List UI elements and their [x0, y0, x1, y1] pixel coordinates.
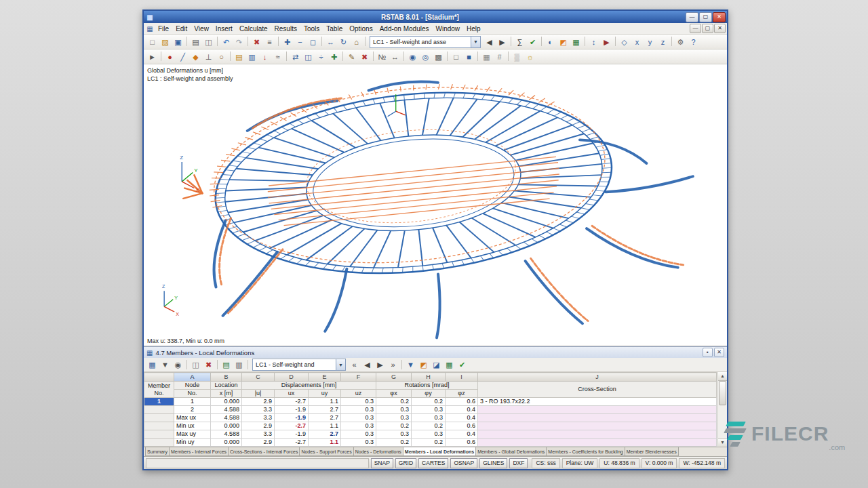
search-icon[interactable]: ◉ [172, 359, 184, 371]
cell-phiz[interactable]: 0.6 [446, 398, 478, 406]
first-row-icon[interactable]: « [348, 359, 361, 371]
help-icon[interactable]: ? [687, 36, 700, 49]
mirror-icon[interactable]: ◫ [302, 51, 315, 64]
cell-phix[interactable]: 0.2 [376, 398, 412, 406]
grid-toggle[interactable]: GRID [395, 458, 416, 468]
cell-node[interactable]: Min uy [174, 439, 211, 447]
cell-ux[interactable]: -2.7 [275, 398, 309, 406]
full-view-icon[interactable]: ⌂ [350, 36, 363, 49]
result-table-icon[interactable]: ▦ [570, 36, 583, 49]
tab-members-internal-forces[interactable]: Members - Internal Forces [169, 447, 229, 456]
deformation-scale-icon[interactable]: ↕ [587, 36, 600, 49]
menu-addon-modules[interactable]: Add-on Modules [376, 24, 433, 33]
cell-x[interactable]: 4.588 [211, 430, 242, 439]
delete-icon[interactable]: ✖ [250, 36, 263, 49]
cell-absu[interactable]: 2.9 [242, 422, 275, 430]
save-icon[interactable]: ▣ [172, 36, 184, 49]
menu-view[interactable]: View [191, 24, 212, 33]
hinge-new-icon[interactable]: ○ [215, 51, 228, 64]
export-icon[interactable]: ▤ [220, 359, 233, 371]
renumber-icon[interactable]: ≡ [263, 36, 276, 49]
last-row-icon[interactable]: » [387, 359, 399, 371]
minimize-button[interactable]: — [686, 12, 698, 22]
maximize-button[interactable]: ▢ [699, 12, 712, 22]
print-table-icon[interactable]: ▥ [233, 359, 245, 371]
cell-phiy[interactable]: 0.3 [412, 414, 446, 422]
redo-icon[interactable]: ↷ [233, 36, 245, 49]
load-new-icon[interactable]: ↓ [258, 51, 271, 64]
close-button[interactable]: ✕ [713, 12, 726, 22]
tab-members-local-deformations[interactable]: Members - Local Deformations [403, 447, 476, 456]
cell-cs[interactable]: 3 - RO 193.7x22.2 [478, 398, 717, 406]
cell-phiz[interactable]: 0.6 [446, 422, 478, 430]
cell-absu[interactable]: 3.3 [242, 406, 275, 414]
cell-cs[interactable] [478, 439, 717, 447]
scroll-up-icon[interactable]: ▲ [718, 372, 727, 381]
col-letter-g[interactable]: G [376, 373, 412, 382]
col-letter-e[interactable]: E [309, 373, 341, 382]
object-delete-icon[interactable]: ✖ [358, 51, 371, 64]
tab-member-slendernesses[interactable]: Member Slendernesses [625, 447, 679, 456]
cell-phix[interactable]: 0.2 [376, 439, 412, 447]
next-load-case-icon[interactable]: ▶ [496, 36, 509, 49]
render-solid-icon[interactable]: ■ [462, 51, 475, 64]
check-icon[interactable]: ✔ [526, 36, 539, 49]
cell-phix[interactable]: 0.3 [376, 406, 412, 414]
cell-uy[interactable]: 1.1 [309, 398, 341, 406]
zoom-in-icon[interactable]: ✚ [281, 36, 294, 49]
glines-toggle[interactable]: GLINES [479, 458, 507, 468]
chevron-down-icon[interactable]: ▼ [471, 37, 480, 47]
tab-summary[interactable]: Summary [145, 447, 170, 456]
cell-ux[interactable]: -1.9 [275, 414, 309, 422]
dxf-toggle[interactable]: DXF [509, 458, 528, 468]
settings-icon[interactable]: ⚙ [674, 36, 687, 49]
set-new-icon[interactable]: ◆ [189, 51, 202, 64]
connect-icon[interactable]: ✚ [328, 51, 340, 64]
grid-icon[interactable]: ▦ [480, 51, 493, 64]
cell-x[interactable]: 0.000 [211, 398, 242, 406]
menu-edit[interactable]: Edit [172, 24, 191, 33]
col-letter-a[interactable]: A [174, 373, 211, 382]
cell-uz[interactable]: 0.3 [341, 406, 376, 414]
dimensions-icon[interactable]: ↔ [389, 51, 401, 64]
menu-insert[interactable]: Insert [212, 24, 236, 33]
numbering-icon[interactable]: № [376, 51, 389, 64]
tab-members-global-deformations[interactable]: Members - Global Deformations [475, 447, 547, 456]
cell-phix[interactable]: 0.3 [376, 430, 412, 439]
cell-cs[interactable] [478, 414, 717, 422]
cell-phiy[interactable]: 0.3 [412, 430, 446, 439]
model-canvas[interactable]: Z Y X Z Y X [144, 64, 727, 346]
panel-close-icon[interactable]: ✕ [714, 348, 724, 357]
tab-nodes-support-forces[interactable]: Nodes - Support Forces [299, 447, 353, 456]
col-letter-c[interactable]: C [242, 373, 275, 382]
menu-tools[interactable]: Tools [300, 24, 323, 33]
mdi-restore-button[interactable]: ▢ [702, 24, 713, 33]
table-load-case-combo[interactable]: LC1 - Self-weight and ▼ [252, 359, 346, 371]
menu-table[interactable]: Table [323, 24, 346, 33]
cell-x[interactable]: 4.588 [211, 414, 242, 422]
cell-cs[interactable] [478, 422, 717, 430]
cell-node[interactable]: Max uy [174, 430, 211, 439]
cell-absu[interactable]: 2.9 [242, 398, 275, 406]
select-icon[interactable]: ► [146, 51, 159, 64]
next-row-icon[interactable]: ▶ [374, 359, 387, 371]
member-new-icon[interactable]: ╱ [176, 51, 189, 64]
cell-phiz[interactable]: 0.6 [446, 439, 478, 447]
prev-load-case-icon[interactable]: ◀ [483, 36, 496, 49]
cell-uy[interactable]: 2.7 [309, 430, 341, 439]
print-preview-icon[interactable]: ◫ [202, 36, 215, 49]
menu-window[interactable]: Window [433, 24, 464, 33]
row-delete-icon[interactable]: ✖ [202, 359, 215, 371]
menu-options[interactable]: Options [346, 24, 376, 33]
zoom-out-icon[interactable]: − [294, 36, 307, 49]
cell-absu[interactable]: 3.3 [242, 430, 275, 439]
results-display-icon[interactable]: ◐ [544, 36, 557, 49]
col-letter-h[interactable]: H [412, 373, 446, 382]
menu-results[interactable]: Results [271, 24, 300, 33]
cell-cs[interactable] [478, 406, 717, 414]
table-properties-icon[interactable]: ▦ [146, 359, 159, 371]
cell-member[interactable] [144, 439, 174, 447]
cell-phix[interactable]: 0.2 [376, 422, 412, 430]
cell-x[interactable]: 4.588 [211, 406, 242, 414]
layers-icon[interactable]: ▩ [432, 51, 445, 64]
